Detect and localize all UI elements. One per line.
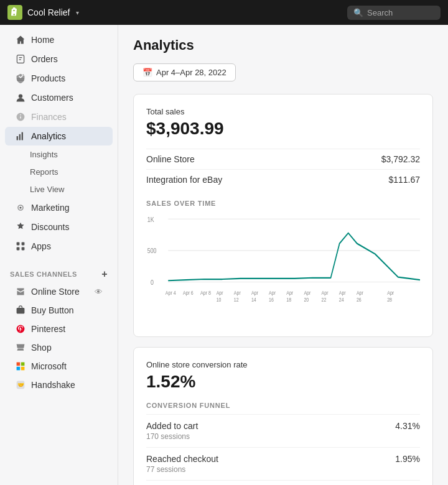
svg-rect-6 bbox=[17, 242, 20, 246]
nav-section: Home Orders Products Customers bbox=[0, 25, 118, 261]
breakdown-row-ebay: Integration for eBay $111.67 bbox=[146, 169, 420, 190]
sidebar-label-reports: Reports bbox=[30, 167, 58, 177]
buy-button-icon bbox=[15, 305, 26, 316]
apps-icon bbox=[15, 241, 26, 252]
svg-text:Apr 4: Apr 4 bbox=[166, 290, 176, 296]
breakdown-value-online-store: $3,792.32 bbox=[381, 154, 420, 164]
marketing-icon bbox=[15, 202, 26, 213]
svg-text:Apr: Apr bbox=[357, 290, 363, 296]
svg-text:Apr: Apr bbox=[339, 290, 346, 296]
svg-rect-3 bbox=[19, 134, 21, 141]
sidebar-label-discounts: Discounts bbox=[31, 222, 69, 232]
sidebar-label-microsoft: Microsoft bbox=[31, 361, 67, 371]
handshake-icon: 🤝 bbox=[15, 379, 26, 390]
home-icon bbox=[15, 34, 26, 45]
svg-text:18: 18 bbox=[286, 297, 291, 303]
topbar-left: Cool Relief ▾ bbox=[7, 5, 79, 20]
svg-rect-10 bbox=[17, 308, 25, 314]
finances-icon bbox=[15, 111, 26, 122]
sidebar-item-finances: Finances bbox=[5, 108, 113, 126]
funnel-sub-checkout: 77 sessions bbox=[146, 465, 218, 474]
svg-text:Apr 8: Apr 8 bbox=[200, 290, 211, 296]
svg-rect-2 bbox=[17, 136, 18, 140]
search-label: Search bbox=[367, 8, 393, 17]
funnel-label-cart: Added to cart bbox=[146, 421, 198, 431]
online-store-icon bbox=[15, 286, 26, 297]
sidebar-item-online-store[interactable]: Online Store 👁 bbox=[5, 283, 113, 300]
sidebar-item-marketing[interactable]: Marketing bbox=[5, 198, 113, 217]
sidebar-label-analytics: Analytics bbox=[31, 131, 66, 141]
sidebar-label-pinterest: Pinterest bbox=[31, 324, 65, 334]
sidebar-item-buy-button[interactable]: Buy Button bbox=[5, 302, 113, 319]
sidebar-label-orders: Orders bbox=[31, 54, 58, 64]
shop-icon bbox=[15, 342, 26, 353]
calendar-icon: 📅 bbox=[142, 68, 152, 77]
svg-text:12: 12 bbox=[234, 297, 239, 303]
pinterest-icon bbox=[15, 323, 26, 335]
add-sales-channel-button[interactable]: + bbox=[101, 269, 108, 280]
sidebar-item-live-view[interactable]: Live View bbox=[5, 181, 113, 198]
svg-rect-0 bbox=[17, 55, 24, 63]
search-bar[interactable]: 🔍 Search bbox=[347, 6, 441, 20]
products-icon bbox=[15, 73, 26, 84]
svg-rect-8 bbox=[17, 247, 20, 251]
sidebar-label-finances: Finances bbox=[31, 112, 67, 122]
svg-rect-13 bbox=[21, 363, 25, 366]
sidebar-item-home[interactable]: Home bbox=[5, 30, 113, 49]
svg-text:500: 500 bbox=[147, 247, 157, 254]
funnel-row-checkout: Reached checkout 77 sessions 1.95% bbox=[146, 447, 420, 480]
svg-text:24: 24 bbox=[339, 297, 344, 303]
sidebar-item-customers[interactable]: Customers bbox=[5, 88, 113, 107]
sidebar-item-insights[interactable]: Insights bbox=[5, 146, 113, 163]
sidebar-item-apps[interactable]: Apps bbox=[5, 237, 113, 256]
svg-text:Apr: Apr bbox=[286, 290, 293, 296]
svg-point-1 bbox=[19, 94, 22, 98]
microsoft-icon bbox=[15, 361, 26, 372]
sidebar-item-orders[interactable]: Orders bbox=[5, 50, 113, 68]
svg-text:0: 0 bbox=[151, 279, 154, 286]
eye-icon[interactable]: 👁 bbox=[95, 287, 103, 297]
svg-text:22: 22 bbox=[322, 297, 327, 303]
svg-text:Apr: Apr bbox=[234, 290, 241, 296]
sidebar-label-insights: Insights bbox=[30, 150, 58, 159]
svg-text:Apr 6: Apr 6 bbox=[183, 290, 194, 296]
svg-rect-9 bbox=[22, 247, 25, 251]
conversion-value: 1.52% bbox=[146, 372, 420, 392]
svg-text:Apr: Apr bbox=[217, 290, 223, 296]
funnel-sub-cart: 170 sessions bbox=[146, 432, 198, 441]
sidebar-item-products[interactable]: Products bbox=[5, 69, 113, 88]
sidebar-item-discounts[interactable]: Discounts bbox=[5, 218, 113, 236]
sidebar-item-microsoft[interactable]: Microsoft bbox=[5, 358, 113, 375]
customers-icon bbox=[15, 92, 26, 103]
sidebar-label-handshake: Handshake bbox=[31, 380, 75, 390]
funnel-pct-cart: 4.31% bbox=[395, 421, 420, 431]
sidebar-label-marketing: Marketing bbox=[31, 203, 69, 213]
date-range-button[interactable]: 📅 Apr 4–Apr 28, 2022 bbox=[133, 63, 236, 81]
sidebar-item-shop[interactable]: Shop bbox=[5, 339, 113, 356]
sidebar-item-pinterest[interactable]: Pinterest bbox=[5, 320, 113, 338]
sidebar-item-analytics[interactable]: Analytics bbox=[5, 127, 113, 146]
svg-text:Apr: Apr bbox=[251, 290, 258, 296]
sidebar-label-customers: Customers bbox=[31, 93, 73, 103]
chevron-down-icon: ▾ bbox=[76, 9, 79, 16]
sales-channels-label: Sales channels + bbox=[0, 261, 118, 282]
sidebar: Home Orders Products Customers bbox=[0, 25, 118, 485]
topbar: Cool Relief ▾ 🔍 Search bbox=[0, 0, 448, 25]
svg-text:🤝: 🤝 bbox=[17, 381, 24, 389]
store-name: Cool Relief bbox=[27, 7, 70, 17]
total-sales-card: Total sales $3,903.99 Online Store $3,79… bbox=[133, 94, 433, 337]
svg-text:16: 16 bbox=[269, 297, 274, 303]
date-range-label: Apr 4–Apr 28, 2022 bbox=[156, 68, 226, 77]
shopify-logo bbox=[7, 5, 22, 20]
svg-text:20: 20 bbox=[304, 297, 309, 303]
discounts-icon bbox=[15, 221, 26, 233]
svg-rect-7 bbox=[22, 242, 25, 246]
main-content: Analytics 📅 Apr 4–Apr 28, 2022 Total sal… bbox=[118, 25, 448, 485]
sidebar-label-live-view: Live View bbox=[30, 185, 64, 194]
sidebar-item-reports[interactable]: Reports bbox=[5, 164, 113, 180]
total-sales-value: $3,903.99 bbox=[146, 119, 420, 139]
svg-rect-12 bbox=[17, 363, 21, 366]
sidebar-item-handshake[interactable]: 🤝 Handshake bbox=[5, 376, 113, 394]
svg-text:10: 10 bbox=[217, 297, 222, 303]
svg-text:Apr: Apr bbox=[304, 290, 310, 296]
